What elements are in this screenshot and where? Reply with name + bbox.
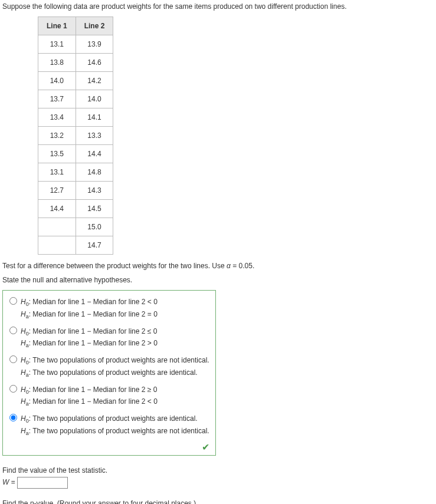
- intro-text: Suppose the following data are product w…: [2, 2, 434, 11]
- test-statistic-input[interactable]: [17, 477, 68, 489]
- table-cell: 13.8: [38, 54, 76, 72]
- table-row: 12.714.3: [38, 182, 113, 200]
- table-row: 13.514.4: [38, 145, 113, 163]
- col-header-line1: Line 1: [38, 17, 76, 35]
- equals-text: =: [9, 478, 17, 486]
- table-cell: 13.7: [38, 90, 76, 108]
- table-cell: 14.7: [76, 236, 113, 255]
- hypothesis-option-5[interactable]: H0: The two populations of product weigh…: [6, 413, 209, 438]
- option-2-text: H0: Median for line 1 − Median for line …: [21, 326, 158, 351]
- alpha-symbol: α: [227, 262, 231, 270]
- h0-sym: H: [21, 386, 26, 394]
- table-cell: 14.4: [76, 145, 113, 163]
- table-cell: 14.2: [76, 72, 113, 90]
- opt2-ha-text: Median for line 1 − Median for line 2 > …: [32, 339, 157, 347]
- w-symbol: W: [2, 478, 9, 486]
- opt4-ha-text: Median for line 1 − Median for line 2 < …: [32, 397, 157, 406]
- find-p-value-label: Find the p-value. (Round your answer to …: [2, 499, 434, 504]
- option-3-text: H0: The two populations of product weigh…: [21, 355, 209, 380]
- table-cell: 14.1: [76, 108, 113, 127]
- table-cell: 13.5: [38, 145, 76, 163]
- table-row: 15.0: [38, 218, 113, 236]
- correct-check-icon: ✔: [6, 442, 209, 453]
- radio-option-3[interactable]: [9, 355, 17, 363]
- table-cell: [38, 218, 76, 236]
- table-row: 14.414.5: [38, 200, 113, 218]
- h0-sym: H: [21, 414, 26, 423]
- radio-option-5[interactable]: [9, 414, 17, 421]
- opt5-h0-text: The two populations of product weights a…: [32, 414, 198, 423]
- radio-option-2[interactable]: [9, 327, 17, 334]
- table-cell: 13.4: [38, 108, 76, 127]
- hypothesis-choices-box: H0: Median for line 1 − Median for line …: [2, 290, 216, 456]
- option-1-text: H0: Median for line 1 − Median for line …: [21, 297, 158, 321]
- find-p-suffix: -value. (Round your answer to four decim…: [34, 499, 196, 504]
- table-cell: 14.5: [76, 200, 113, 218]
- data-table: Line 1 Line 2 13.113.913.814.614.014.213…: [38, 17, 113, 255]
- find-p-value-section: Find the p-value. (Round your answer to …: [2, 499, 434, 504]
- table-cell: 15.0: [76, 218, 113, 236]
- opt1-h0-text: Median for line 1 − Median for line 2 < …: [32, 298, 157, 306]
- table-cell: 13.1: [38, 163, 76, 182]
- table-row: 14.014.2: [38, 72, 113, 90]
- hypothesis-option-3[interactable]: H0: The two populations of product weigh…: [6, 355, 209, 380]
- ha-sym: H: [21, 339, 26, 347]
- table-cell: 13.1: [38, 35, 76, 54]
- ha-sym: H: [21, 368, 26, 377]
- table-cell: 13.3: [76, 127, 113, 145]
- table-row: 14.7: [38, 236, 113, 255]
- find-p-prefix: Find the: [2, 499, 30, 504]
- ha-sym: H: [21, 427, 26, 435]
- table-row: 13.213.3: [38, 127, 113, 145]
- table-row: 13.814.6: [38, 54, 113, 72]
- opt3-ha-text: The two populations of product weights a…: [32, 368, 198, 377]
- h0-sym: H: [21, 327, 26, 335]
- test-prompt-text: Test for a difference between the produc…: [2, 262, 227, 270]
- opt1-ha-text: Median for line 1 − Median for line 2 = …: [32, 310, 157, 318]
- table-row: 13.113.9: [38, 35, 113, 54]
- table-cell: 14.4: [38, 200, 76, 218]
- find-test-statistic-label: Find the value of the test statistic.: [2, 466, 434, 475]
- ha-sym: H: [21, 310, 26, 318]
- table-row: 13.414.1: [38, 108, 113, 127]
- find-test-statistic-section: Find the value of the test statistic. W …: [2, 466, 434, 489]
- table-cell: 13.2: [38, 127, 76, 145]
- table-cell: 14.3: [76, 182, 113, 200]
- alpha-value: = 0.05.: [231, 262, 254, 270]
- option-4-text: H0: Median for line 1 − Median for line …: [21, 384, 158, 409]
- hypothesis-option-4[interactable]: H0: Median for line 1 − Median for line …: [6, 384, 209, 409]
- hypothesis-option-1[interactable]: H0: Median for line 1 − Median for line …: [6, 297, 209, 321]
- opt2-h0-text: Median for line 1 − Median for line 2 ≤ …: [32, 327, 157, 335]
- h0-sym: H: [21, 356, 26, 364]
- table-cell: [38, 236, 76, 255]
- radio-option-4[interactable]: [9, 385, 17, 393]
- radio-option-1[interactable]: [9, 297, 17, 305]
- option-5-text: H0: The two populations of product weigh…: [21, 413, 209, 438]
- opt3-h0-text: The two populations of product weights a…: [32, 356, 209, 364]
- state-hypotheses-prompt: State the null and alternative hypothese…: [2, 276, 434, 284]
- table-cell: 14.8: [76, 163, 113, 182]
- ha-sym: H: [21, 397, 26, 406]
- opt4-h0-text: Median for line 1 − Median for line 2 ≥ …: [32, 386, 157, 394]
- table-cell: 14.0: [76, 90, 113, 108]
- table-cell: 12.7: [38, 182, 76, 200]
- table-row: 13.714.0: [38, 90, 113, 108]
- col-header-line2: Line 2: [76, 17, 113, 35]
- test-prompt: Test for a difference between the produc…: [2, 262, 434, 270]
- table-cell: 14.0: [38, 72, 76, 90]
- table-cell: 13.9: [76, 35, 113, 54]
- opt5-ha-text: The two populations of product weights a…: [32, 427, 209, 435]
- h0-sym: H: [21, 298, 26, 306]
- table-row: 13.114.8: [38, 163, 113, 182]
- hypothesis-option-2[interactable]: H0: Median for line 1 − Median for line …: [6, 326, 209, 351]
- table-cell: 14.6: [76, 54, 113, 72]
